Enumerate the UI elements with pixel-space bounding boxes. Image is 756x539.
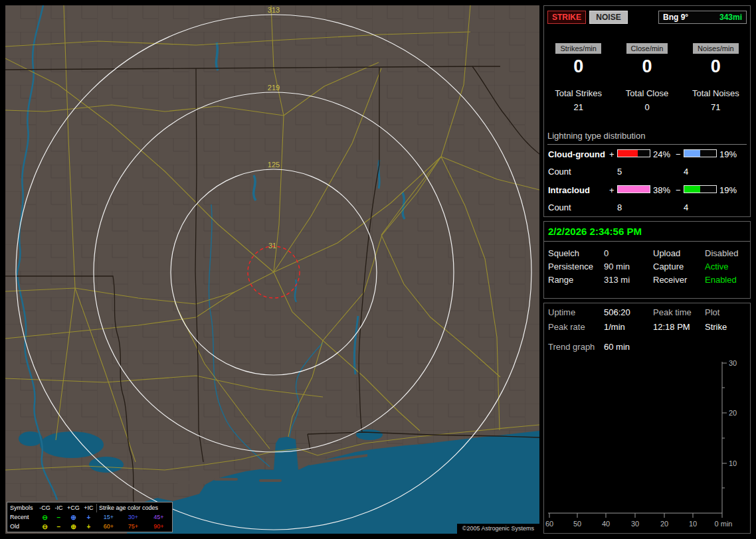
cg-negative-count: 4 bbox=[684, 167, 688, 177]
bearing-range: 343mi bbox=[719, 13, 742, 22]
symbol-old-pos-ic: + bbox=[81, 522, 96, 531]
age-code-75: 75+ bbox=[121, 522, 145, 531]
peak-time-label: Peak time bbox=[653, 307, 692, 317]
y-tick-30: 30 bbox=[729, 359, 737, 367]
x-tick-60: 60 bbox=[545, 520, 553, 528]
legend-header-neg-ic: -IC bbox=[52, 504, 66, 512]
legend-row-label-old: Old bbox=[9, 522, 38, 531]
minus-sign: − bbox=[676, 149, 681, 159]
close-per-min-label[interactable]: Close/min bbox=[626, 43, 668, 54]
map-legend: Symbols -CG -IC +CG +IC Strike age color… bbox=[7, 502, 173, 532]
x-tick-10: 10 bbox=[689, 520, 697, 528]
persistence-value: 90 min bbox=[604, 262, 630, 271]
total-close-label: Total Close bbox=[613, 88, 681, 98]
count-label: Count bbox=[548, 202, 571, 212]
rate-labels-row: Strikes/min Close/min Noises/min bbox=[544, 42, 750, 54]
legend-header-pos-ic: +IC bbox=[81, 504, 96, 512]
ring-label-31: 31 bbox=[268, 242, 276, 250]
strikes-per-min-label[interactable]: Strikes/min bbox=[555, 43, 601, 54]
ring-label-219: 219 bbox=[268, 84, 280, 92]
y-tick-10: 10 bbox=[729, 459, 737, 467]
ring-label-313: 313 bbox=[268, 6, 280, 14]
copyright-text: ©2005 Astrogenic Systems bbox=[457, 524, 539, 534]
cloud-ground-row: Cloud-ground + 24% − 19% bbox=[548, 149, 746, 159]
range-label: Range bbox=[548, 275, 573, 285]
map-svg: 313 219 125 31 bbox=[5, 5, 539, 534]
x-tick-40: 40 bbox=[602, 520, 610, 528]
age-code-15: 15+ bbox=[96, 513, 121, 522]
total-noises-value: 71 bbox=[682, 102, 750, 112]
trend-tick-labels: 30 20 10 60 50 40 30 20 10 0 min bbox=[545, 359, 737, 528]
x-tick-20: 20 bbox=[660, 520, 668, 528]
ic-negative-count: 4 bbox=[684, 202, 688, 212]
strike-stats-box: STRIKE NOISE Bng 9° 343mi Strikes/min Cl… bbox=[543, 5, 751, 217]
stats-row-1: Uptime 506:20 Peak time Plot bbox=[548, 307, 746, 318]
total-noises-label: Total Noises bbox=[682, 88, 750, 98]
intracloud-row: Intracloud + 38% − 19% bbox=[548, 185, 746, 195]
peak-rate-label: Peak rate bbox=[548, 322, 585, 332]
stats-row-2: Peak rate 1/min 12:18 PM Strike bbox=[548, 322, 746, 333]
status-row-persistence: Persistence 90 min Capture Active bbox=[548, 262, 746, 272]
legend-header-neg-cg: -CG bbox=[38, 504, 52, 512]
cloud-ground-count-row: Count 5 4 bbox=[548, 167, 746, 177]
plus-sign: + bbox=[609, 149, 614, 159]
noise-mode-button[interactable]: NOISE bbox=[589, 11, 628, 24]
nexstorm-window: 313 219 125 31 Symbols -CG -IC +CG +IC S… bbox=[0, 0, 756, 539]
rate-values-row: 0 0 0 bbox=[544, 56, 750, 77]
plus-sign: + bbox=[609, 185, 614, 195]
total-values-row: 21 0 71 bbox=[544, 102, 750, 112]
strike-mode-button[interactable]: STRIKE bbox=[547, 11, 586, 24]
symbol-old-pos-cg: ⊕ bbox=[66, 522, 81, 531]
range-value: 313 mi bbox=[604, 275, 630, 285]
squelch-label: Squelch bbox=[548, 248, 579, 258]
close-per-min-value: 0 bbox=[613, 56, 681, 77]
trend-graph-row: Trend graph 60 min bbox=[548, 342, 746, 352]
receiver-value: Enabled bbox=[705, 275, 737, 285]
symbol-recent-pos-cg: ⊕ bbox=[66, 513, 81, 522]
x-tick-50: 50 bbox=[573, 520, 581, 528]
status-box: 2/2/2026 2:34:56 PM Squelch 0 Upload Dis… bbox=[543, 221, 751, 299]
plot-label: Plot bbox=[705, 307, 719, 317]
cg-positive-count: 5 bbox=[617, 167, 622, 177]
upload-value: Disabled bbox=[705, 248, 739, 258]
x-tick-30: 30 bbox=[631, 520, 639, 528]
capture-value: Active bbox=[705, 262, 728, 271]
capture-label: Capture bbox=[653, 262, 684, 271]
x-tick-0min: 0 min bbox=[715, 520, 733, 528]
squelch-value: 0 bbox=[604, 248, 609, 258]
map-panel[interactable]: 313 219 125 31 Symbols -CG -IC +CG +IC S… bbox=[5, 5, 539, 534]
legend-header-age-codes: Strike age color codes bbox=[96, 504, 172, 512]
cg-negative-bar bbox=[684, 149, 717, 157]
datetime-display: 2/2/2026 2:34:56 PM bbox=[548, 226, 642, 237]
legend-header-symbols: Symbols bbox=[9, 504, 38, 512]
symbol-recent-pos-ic: + bbox=[81, 513, 96, 522]
count-label: Count bbox=[548, 167, 571, 177]
status-row-range: Range 313 mi Receiver Enabled bbox=[548, 275, 746, 285]
noises-per-min-label[interactable]: Noises/min bbox=[693, 43, 738, 54]
age-code-45: 45+ bbox=[145, 513, 172, 522]
age-code-60: 60+ bbox=[96, 522, 121, 531]
noises-per-min-value: 0 bbox=[682, 56, 750, 77]
trend-axes bbox=[548, 362, 727, 518]
strikes-per-min-value: 0 bbox=[544, 56, 613, 77]
ring-label-125: 125 bbox=[268, 161, 280, 169]
upload-label: Upload bbox=[653, 248, 680, 258]
symbol-old-neg-ic: − bbox=[52, 522, 66, 531]
cg-negative-pct: 19% bbox=[719, 149, 737, 159]
symbol-recent-neg-ic: − bbox=[52, 513, 66, 522]
ic-positive-bar bbox=[617, 185, 650, 193]
ic-positive-count: 8 bbox=[617, 202, 622, 212]
symbol-old-neg-cg: ⊖ bbox=[38, 522, 52, 531]
trend-graph-value: 60 min bbox=[604, 342, 630, 352]
legend-row-label-recent: Recent bbox=[9, 513, 38, 522]
cg-positive-pct: 24% bbox=[653, 149, 670, 159]
intracloud-count-row: Count 8 4 bbox=[548, 202, 746, 212]
total-labels-row: Total Strikes Total Close Total Noises bbox=[544, 88, 750, 98]
minus-sign: − bbox=[676, 185, 681, 195]
receiver-label: Receiver bbox=[653, 275, 687, 285]
ic-negative-bar bbox=[684, 185, 717, 193]
total-close-value: 0 bbox=[613, 102, 681, 112]
legend-header-pos-cg: +CG bbox=[66, 504, 81, 512]
divider bbox=[544, 241, 750, 242]
cloud-ground-label: Cloud-ground bbox=[548, 149, 605, 159]
